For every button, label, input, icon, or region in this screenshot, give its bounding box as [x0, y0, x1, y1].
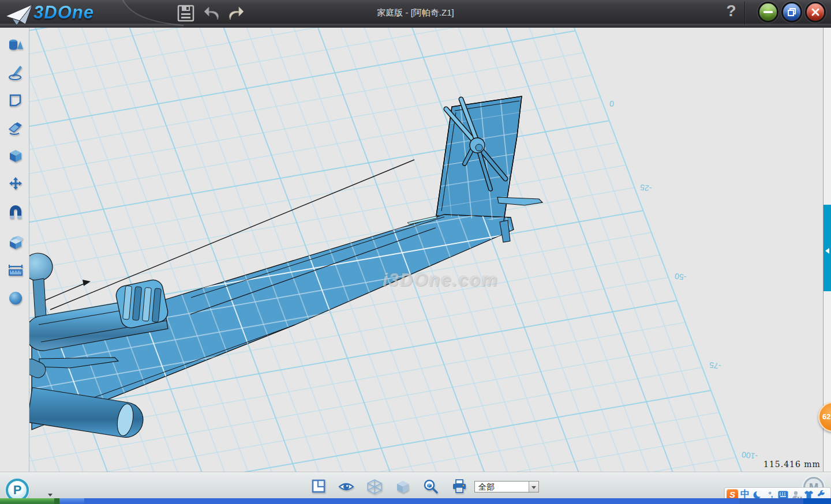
display-filter-dropdown[interactable]: 全部: [474, 481, 539, 492]
taskbar-segment-right2: [803, 498, 831, 504]
view-plane-icon[interactable]: [310, 479, 327, 495]
axis-label-75: -75: [709, 360, 721, 371]
magnet-tool-icon[interactable]: [8, 205, 24, 221]
eraser-tool-icon[interactable]: [8, 120, 24, 136]
taskbar-segment-right1: [740, 498, 803, 504]
sketch-tool-icon[interactable]: [8, 65, 24, 81]
print-icon[interactable]: [451, 479, 467, 495]
measure-tool-icon[interactable]: [8, 262, 24, 278]
taskbar-start-segment[interactable]: [0, 498, 54, 504]
shaded-cube-icon[interactable]: [395, 479, 411, 495]
watermark: i3DOne.com: [383, 270, 499, 291]
sketch-plane-icon[interactable]: [8, 92, 24, 108]
material-sphere-icon[interactable]: [8, 290, 24, 306]
zoom-search-icon[interactable]: [423, 479, 439, 495]
close-button[interactable]: [807, 3, 824, 21]
title-bar: 3DOne 家庭版 - [阿帕奇.Z1] ?: [0, 0, 831, 28]
measurement-readout: 115.416 mm: [763, 460, 821, 469]
primitives-tool-icon[interactable]: [8, 37, 24, 53]
window-title: 家庭版 - [阿帕奇.Z1]: [0, 7, 831, 18]
group-box-icon[interactable]: [8, 234, 24, 250]
visibility-eye-icon[interactable]: [338, 479, 354, 495]
collapse-arrow-icon: [825, 248, 829, 254]
taskbar-app-segment[interactable]: [59, 498, 84, 504]
viewport-drawing: [29, 28, 823, 472]
display-filter-value: 全部: [475, 482, 529, 492]
move-tool-icon[interactable]: [8, 175, 24, 191]
panel-collapse-tab[interactable]: [823, 205, 831, 291]
solid-cube-icon[interactable]: [8, 148, 24, 164]
minimize-button[interactable]: [759, 3, 777, 21]
restore-icon: [787, 7, 796, 17]
bottom-toolbar: [0, 472, 831, 498]
close-icon: [811, 7, 820, 17]
titlebar-divider: [744, 2, 746, 25]
axis-label-50: -50: [674, 272, 687, 282]
dropdown-arrow-button[interactable]: [529, 482, 538, 492]
viewport[interactable]: i3DOne.com 0 -25 -50 -75 -100 115.416 mm: [29, 28, 823, 472]
maximize-button[interactable]: [783, 3, 800, 21]
taskbar-start-cap: [54, 498, 59, 504]
left-toolbar: [0, 28, 29, 472]
axis-label-100: -100: [741, 450, 758, 461]
help-button[interactable]: ?: [723, 2, 739, 24]
plan-badge-dropdown-arrow[interactable]: [48, 494, 53, 497]
wireframe-cube-icon[interactable]: [366, 479, 383, 495]
os-taskbar-strip: [0, 498, 831, 504]
axis-label-25: -25: [639, 183, 652, 193]
